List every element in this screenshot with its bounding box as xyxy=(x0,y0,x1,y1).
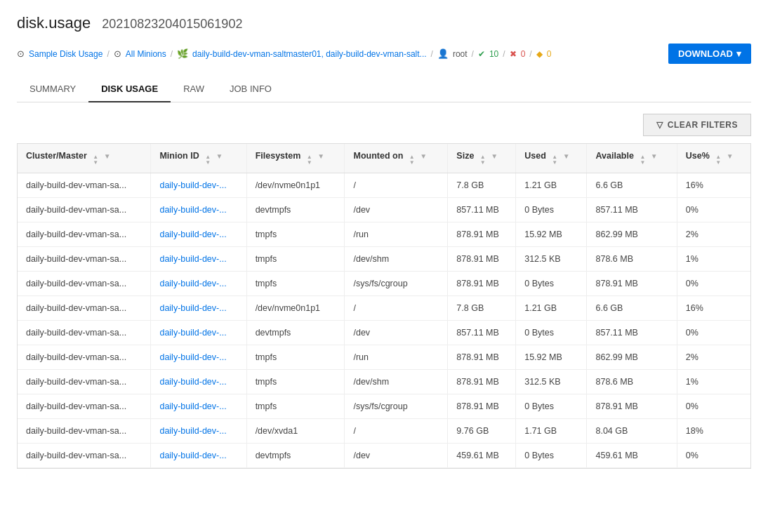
tab-summary[interactable]: SUMMARY xyxy=(17,77,88,102)
col-cluster[interactable]: Cluster/Master ▲ ▼ ▼ xyxy=(18,144,151,173)
cell-minion-id[interactable]: daily-build-dev-... xyxy=(151,173,246,198)
minion-id-link[interactable]: daily-build-dev-... xyxy=(159,401,226,411)
filter-fs-icon[interactable]: ▼ xyxy=(317,152,324,160)
cell-use-pct: 0% xyxy=(677,321,750,345)
sort-used-icons[interactable]: ▲ ▼ xyxy=(552,154,557,166)
cell-cluster: daily-build-dev-vman-sa... xyxy=(18,272,151,296)
filter-mount-icon[interactable]: ▼ xyxy=(420,152,427,160)
sort-down-icon: ▼ xyxy=(205,160,211,166)
col-size[interactable]: Size ▲ ▼ ▼ xyxy=(448,144,516,173)
cell-filesystem: devtmpfs xyxy=(246,321,345,345)
sort-cluster-icons[interactable]: ▲ ▼ xyxy=(93,154,98,166)
filter-avail-icon[interactable]: ▼ xyxy=(651,152,658,160)
cell-minion-id[interactable]: daily-build-dev-... xyxy=(151,296,246,321)
tab-job-info[interactable]: JOB INFO xyxy=(217,77,284,102)
sort-down-icon: ▼ xyxy=(480,160,486,166)
cell-size: 857.11 MB xyxy=(448,321,516,345)
minion-id-link[interactable]: daily-build-dev-... xyxy=(159,230,226,239)
cell-cluster: daily-build-dev-vman-sa... xyxy=(18,321,151,345)
minion-id-link[interactable]: daily-build-dev-... xyxy=(159,328,226,338)
cell-use-pct: 0% xyxy=(677,272,750,296)
sample-disk-usage-link[interactable]: Sample Disk Usage xyxy=(29,49,102,59)
cell-minion-id[interactable]: daily-build-dev-... xyxy=(151,272,246,296)
cell-mounted-on: /dev/shm xyxy=(345,247,448,272)
cell-minion-id[interactable]: daily-build-dev-... xyxy=(151,444,246,468)
cell-used: 0 Bytes xyxy=(516,444,587,468)
minion-id-link[interactable]: daily-build-dev-... xyxy=(159,352,226,362)
minion-id-link[interactable]: daily-build-dev-... xyxy=(159,303,226,313)
sort-avail-icons[interactable]: ▲ ▼ xyxy=(640,154,645,166)
minion-id-link[interactable]: daily-build-dev-... xyxy=(159,205,226,215)
cell-minion-id[interactable]: daily-build-dev-... xyxy=(151,394,246,419)
minions-list-link[interactable]: daily-build-dev-vman-saltmaster01, daily… xyxy=(192,49,426,59)
cell-size: 878.91 MB xyxy=(448,222,516,247)
cell-used: 312.5 KB xyxy=(516,370,587,394)
cell-minion-id[interactable]: daily-build-dev-... xyxy=(151,198,246,222)
table-row: daily-build-dev-vman-sa...daily-build-de… xyxy=(18,173,750,198)
col-available[interactable]: Available ▲ ▼ ▼ xyxy=(587,144,677,173)
cell-cluster: daily-build-dev-vman-sa... xyxy=(18,419,151,444)
cell-available: 878.6 MB xyxy=(587,247,677,272)
table-row: daily-build-dev-vman-sa...daily-build-de… xyxy=(18,419,750,444)
table-row: daily-build-dev-vman-sa...daily-build-de… xyxy=(18,321,750,345)
cell-minion-id[interactable]: daily-build-dev-... xyxy=(151,419,246,444)
col-used[interactable]: Used ▲ ▼ ▼ xyxy=(516,144,587,173)
sample-icon: ⊙ xyxy=(17,48,25,59)
minion-id-link[interactable]: daily-build-dev-... xyxy=(159,426,226,436)
minion-id-link[interactable]: daily-build-dev-... xyxy=(159,279,226,288)
minion-id-link[interactable]: daily-build-dev-... xyxy=(159,377,226,387)
col-filesystem[interactable]: Filesystem ▲ ▼ ▼ xyxy=(246,144,345,173)
clear-filters-button[interactable]: ▽ CLEAR FILTERS xyxy=(643,114,751,136)
cell-cluster: daily-build-dev-vman-sa... xyxy=(18,222,151,247)
col-mounted-on[interactable]: Mounted on ▲ ▼ ▼ xyxy=(345,144,448,173)
filter-used-icon[interactable]: ▼ xyxy=(563,152,570,160)
minion-id-link[interactable]: daily-build-dev-... xyxy=(159,180,226,190)
cell-size: 7.8 GB xyxy=(448,173,516,198)
download-button[interactable]: DOWNLOAD ▾ xyxy=(668,44,751,64)
all-minions-link[interactable]: All Minions xyxy=(126,49,166,59)
cell-use-pct: 0% xyxy=(677,198,750,222)
cell-use-pct: 18% xyxy=(677,419,750,444)
cell-minion-id[interactable]: daily-build-dev-... xyxy=(151,345,246,370)
cell-filesystem: tmpfs xyxy=(246,272,345,296)
cell-use-pct: 16% xyxy=(677,296,750,321)
cell-size: 7.8 GB xyxy=(448,296,516,321)
table-row: daily-build-dev-vman-sa...daily-build-de… xyxy=(18,198,750,222)
cell-mounted-on: /dev xyxy=(345,444,448,468)
cell-filesystem: devtmpfs xyxy=(246,198,345,222)
filter-size-icon[interactable]: ▼ xyxy=(491,152,498,160)
cell-cluster: daily-build-dev-vman-sa... xyxy=(18,173,151,198)
cell-minion-id[interactable]: daily-build-dev-... xyxy=(151,247,246,272)
table-row: daily-build-dev-vman-sa...daily-build-de… xyxy=(18,370,750,394)
sort-pct-icons[interactable]: ▲ ▼ xyxy=(715,154,721,166)
cell-mounted-on: /sys/fs/cgroup xyxy=(345,394,448,419)
minion-id-link[interactable]: daily-build-dev-... xyxy=(159,254,226,264)
table-row: daily-build-dev-vman-sa...daily-build-de… xyxy=(18,345,750,370)
status-warn-count: 0 xyxy=(547,49,552,59)
sort-down-icon: ▼ xyxy=(552,160,557,166)
user-label: root xyxy=(453,49,468,59)
cell-minion-id[interactable]: daily-build-dev-... xyxy=(151,321,246,345)
cell-used: 0 Bytes xyxy=(516,321,587,345)
cell-use-pct: 0% xyxy=(677,444,750,468)
filter-pct-icon[interactable]: ▼ xyxy=(727,152,734,160)
filter-cluster-icon[interactable]: ▼ xyxy=(104,152,111,160)
cell-mounted-on: / xyxy=(345,296,448,321)
tab-raw[interactable]: RAW xyxy=(171,77,217,102)
col-use-pct[interactable]: Use% ▲ ▼ ▼ xyxy=(677,144,750,173)
status-warn-icon: ◆ xyxy=(536,49,543,59)
sort-minion-icons[interactable]: ▲ ▼ xyxy=(205,154,211,166)
cell-available: 862.99 MB xyxy=(587,222,677,247)
sort-size-icons[interactable]: ▲ ▼ xyxy=(480,154,486,166)
minion-id-link[interactable]: daily-build-dev-... xyxy=(159,451,226,460)
tab-disk-usage[interactable]: DISK USAGE xyxy=(88,77,171,102)
cell-minion-id[interactable]: daily-build-dev-... xyxy=(151,222,246,247)
filter-minion-icon[interactable]: ▼ xyxy=(216,152,223,160)
cell-minion-id[interactable]: daily-build-dev-... xyxy=(151,370,246,394)
sort-mount-icons[interactable]: ▲ ▼ xyxy=(409,154,415,166)
sort-down-icon: ▼ xyxy=(409,160,415,166)
sort-fs-icons[interactable]: ▲ ▼ xyxy=(307,154,312,166)
col-minion-id[interactable]: Minion ID ▲ ▼ ▼ xyxy=(151,144,246,173)
table-row: daily-build-dev-vman-sa...daily-build-de… xyxy=(18,296,750,321)
cell-used: 312.5 KB xyxy=(516,247,587,272)
